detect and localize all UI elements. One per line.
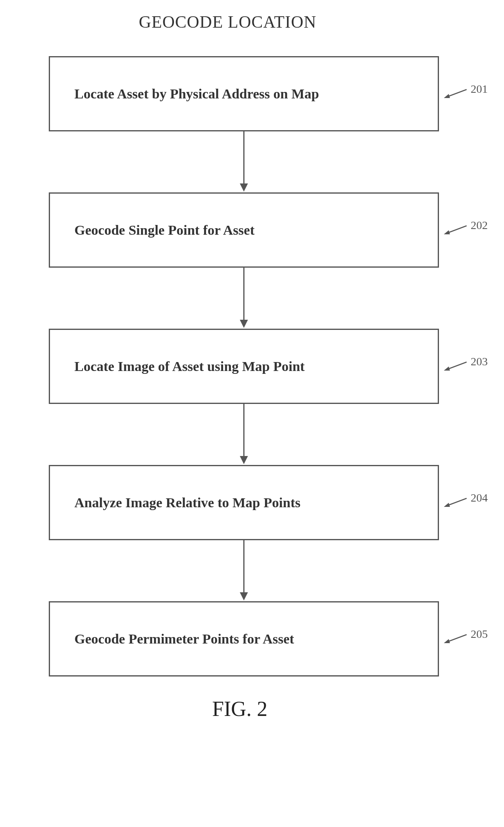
step-row: Locate Image of Asset using Map Point 20… bbox=[49, 329, 439, 404]
svg-marker-15 bbox=[240, 592, 248, 600]
box-text: Geocode Permimeter Points for Asset bbox=[74, 631, 294, 647]
svg-line-12 bbox=[447, 498, 467, 506]
svg-line-16 bbox=[447, 635, 467, 642]
reference-arrow-icon bbox=[443, 88, 467, 100]
svg-marker-1 bbox=[444, 94, 450, 98]
reference-group: 204 bbox=[443, 496, 488, 509]
reference-group: 201 bbox=[443, 87, 488, 100]
reference-arrow-icon bbox=[443, 360, 467, 373]
svg-marker-7 bbox=[240, 320, 248, 328]
box-text: Analyze Image Relative to Map Points bbox=[74, 495, 300, 511]
flowchart-box: Locate Image of Asset using Map Point bbox=[49, 329, 439, 404]
connector-arrow-icon bbox=[236, 268, 252, 329]
figure-label: FIG. 2 bbox=[212, 697, 267, 721]
flowchart-box: Analyze Image Relative to Map Points bbox=[49, 465, 439, 540]
step-row: Geocode Single Point for Asset 202 bbox=[49, 192, 439, 268]
reference-number: 204 bbox=[471, 491, 488, 504]
reference-group: 205 bbox=[443, 633, 488, 646]
box-text: Locate Image of Asset using Map Point bbox=[74, 359, 305, 374]
flowchart-box: Geocode Single Point for Asset bbox=[49, 192, 439, 268]
reference-number: 202 bbox=[471, 219, 488, 232]
step-row: Geocode Permimeter Points for Asset 205 bbox=[49, 601, 439, 676]
svg-marker-5 bbox=[444, 230, 450, 234]
reference-arrow-icon bbox=[443, 497, 467, 509]
svg-line-8 bbox=[447, 362, 467, 369]
reference-arrow-icon bbox=[443, 224, 467, 236]
svg-marker-17 bbox=[444, 639, 450, 643]
svg-marker-11 bbox=[240, 456, 248, 464]
diagram-container: GEOCODE LOCATION Locate Asset by Physica… bbox=[0, 12, 504, 721]
flowchart-box: Geocode Permimeter Points for Asset bbox=[49, 601, 439, 676]
reference-number: 203 bbox=[471, 355, 488, 368]
svg-marker-9 bbox=[444, 367, 450, 371]
reference-group: 203 bbox=[443, 360, 488, 373]
reference-arrow-icon bbox=[443, 633, 467, 645]
reference-number: 201 bbox=[471, 83, 488, 96]
box-text: Geocode Single Point for Asset bbox=[74, 223, 254, 238]
connector-arrow-icon bbox=[236, 404, 252, 465]
svg-line-0 bbox=[447, 89, 467, 97]
flowchart-box: Locate Asset by Physical Address on Map bbox=[49, 56, 439, 131]
svg-marker-3 bbox=[240, 183, 248, 192]
box-text: Locate Asset by Physical Address on Map bbox=[74, 86, 319, 102]
svg-marker-13 bbox=[444, 503, 450, 507]
connector-arrow-icon bbox=[236, 131, 252, 192]
diagram-title: GEOCODE LOCATION bbox=[139, 12, 316, 32]
connector-arrow-icon bbox=[236, 540, 252, 601]
reference-group: 202 bbox=[443, 224, 488, 237]
svg-line-4 bbox=[447, 226, 467, 233]
reference-number: 205 bbox=[471, 628, 488, 641]
step-row: Locate Asset by Physical Address on Map … bbox=[49, 56, 439, 131]
step-row: Analyze Image Relative to Map Points 204 bbox=[49, 465, 439, 540]
flowchart: Locate Asset by Physical Address on Map … bbox=[49, 56, 439, 676]
